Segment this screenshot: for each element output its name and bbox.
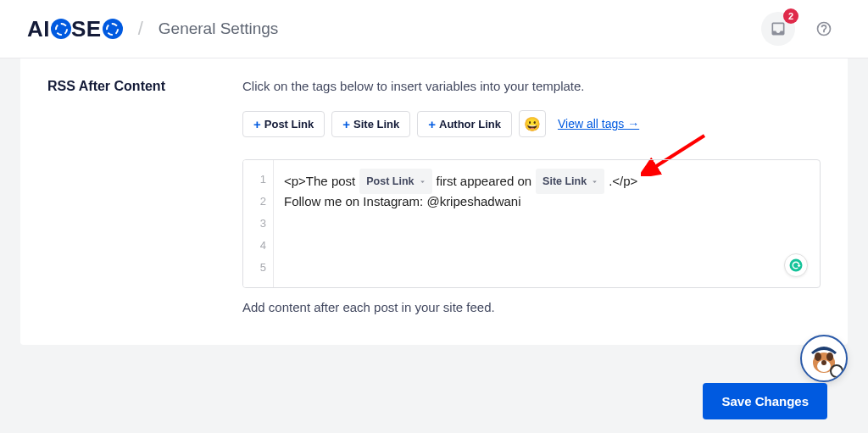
inline-tag-label: Post Link — [366, 170, 414, 192]
editor-line[interactable] — [284, 213, 808, 235]
view-all-tags-link[interactable]: View all tags → — [558, 117, 639, 130]
tag-author-link-button[interactable]: + Author Link — [417, 111, 512, 137]
editor-line[interactable] — [284, 257, 808, 279]
page-title: General Settings — [159, 19, 279, 38]
editor-wrap: 1 2 3 4 5 <p>The post Post Link first ap… — [242, 159, 821, 288]
text-segment: first appeared on — [437, 170, 532, 192]
logo-text-b: SE — [71, 16, 102, 42]
grammarly-icon — [788, 258, 804, 273]
instruction-text: Click on the tags below to insert variab… — [242, 79, 821, 93]
header-right: 2 — [761, 12, 841, 46]
settings-content-col: Click on the tags below to insert variab… — [242, 79, 821, 314]
line-gutter: 1 2 3 4 5 — [243, 160, 274, 287]
plus-icon: + — [342, 117, 350, 131]
line-number: 1 — [243, 169, 266, 191]
line-number: 4 — [243, 235, 266, 257]
notification-badge: 2 — [783, 8, 798, 24]
help-button[interactable] — [807, 12, 841, 46]
chevron-down-icon — [590, 177, 599, 186]
inbox-icon — [770, 20, 787, 37]
bottom-bar: Save Changes — [20, 369, 848, 413]
inline-tag-label: Site Link — [542, 170, 587, 192]
editor-body[interactable]: <p>The post Post Link first appeared on … — [243, 160, 820, 287]
svg-point-7 — [826, 353, 833, 361]
logo-gear-icon — [103, 19, 123, 39]
logo-gear-icon — [51, 19, 71, 39]
tag-label: Author Link — [439, 118, 501, 130]
chevron-down-icon — [418, 177, 427, 186]
svg-point-5 — [821, 360, 826, 365]
breadcrumb-separator: / — [138, 18, 143, 40]
line-number: 3 — [243, 213, 266, 235]
tag-label: Post Link — [264, 118, 314, 130]
inbox-button[interactable]: 2 — [761, 12, 795, 46]
tag-buttons-row: + Post Link + Site Link + Author Link 😀 … — [242, 110, 821, 137]
settings-label-col: RSS After Content — [47, 79, 209, 314]
helper-text: Add content after each post in your site… — [242, 300, 821, 314]
editor-line[interactable] — [284, 235, 808, 257]
tag-site-link-button[interactable]: + Site Link — [331, 111, 410, 137]
line-number: 5 — [243, 257, 266, 279]
svg-point-6 — [815, 353, 821, 361]
inline-tag-site-link[interactable]: Site Link — [536, 169, 604, 194]
editor-line[interactable]: <p>The post Post Link first appeared on … — [284, 169, 808, 191]
text-segment: Follow me on Instagram: @kripeshadwani — [284, 191, 521, 213]
emoji-icon: 😀 — [524, 116, 541, 132]
app-header: AISE / General Settings 2 — [0, 0, 868, 58]
line-number: 2 — [243, 191, 266, 213]
logo[interactable]: AISE — [27, 16, 123, 42]
tag-label: Site Link — [353, 118, 399, 130]
header-left: AISE / General Settings — [27, 16, 278, 42]
tag-post-link-button[interactable]: + Post Link — [242, 111, 325, 137]
rss-template-editor[interactable]: 1 2 3 4 5 <p>The post Post Link first ap… — [242, 159, 821, 288]
section-title: RSS After Content — [47, 79, 209, 94]
grammarly-widget[interactable] — [784, 253, 808, 277]
text-segment: <p>The post — [284, 170, 355, 192]
logo-text-a: AI — [27, 16, 50, 42]
save-changes-button[interactable]: Save Changes — [703, 383, 827, 413]
plus-icon: + — [428, 117, 436, 131]
text-segment: .</p> — [609, 170, 637, 192]
emoji-picker-button[interactable]: 😀 — [519, 110, 546, 137]
plus-icon: + — [253, 117, 261, 131]
main-panel: RSS After Content Click on the tags belo… — [20, 58, 848, 345]
help-icon — [815, 20, 832, 37]
